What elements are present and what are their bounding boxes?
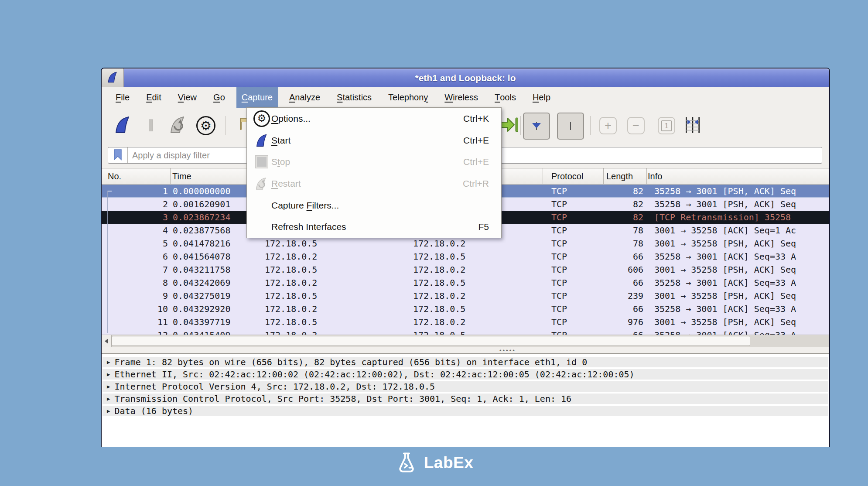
menu-item-shortcut: Ctrl+K xyxy=(463,113,489,124)
toolbar-separator xyxy=(225,116,226,135)
expand-triangle-icon[interactable]: ▸ xyxy=(107,407,110,415)
cell-time: 0.023867234 xyxy=(171,211,250,224)
cell-info: 35258 → 3001 [PSH, ACK] Seq xyxy=(647,185,829,198)
scrollbar-thumb[interactable] xyxy=(112,336,750,346)
expand-triangle-icon[interactable]: ▸ xyxy=(107,383,110,390)
cell-dst: 172.18.0.2 xyxy=(398,263,543,276)
menubar-item-telephony[interactable]: Telephony xyxy=(383,87,433,108)
detail-line[interactable]: ▸Data (16 bytes) xyxy=(103,406,828,416)
cell-proto: TCP xyxy=(543,250,604,263)
gear-icon: ⚙ xyxy=(252,110,271,127)
menu-item-label: Options... xyxy=(271,113,311,124)
menubar-item-help[interactable]: Help xyxy=(527,87,556,108)
cell-src: 172.18.0.5 xyxy=(250,289,398,302)
menubar-item-statistics[interactable]: Statistics xyxy=(331,87,377,108)
zoom-out-button[interactable]: − xyxy=(626,114,646,137)
splitter-handle-icon: ••••• xyxy=(499,347,516,354)
cell-dst: 172.18.0.2 xyxy=(398,237,543,250)
fin-blue-icon xyxy=(252,133,271,148)
cell-no: 12 xyxy=(102,329,171,335)
capture-menu-item-capture-filters[interactable]: Capture Filters... xyxy=(247,195,501,216)
detail-text: Transmission Control Protocol, Src Port:… xyxy=(115,394,572,404)
cell-dst: 172.18.0.5 xyxy=(398,329,543,335)
cell-len: 78 xyxy=(604,237,647,250)
cell-time: 0.043292920 xyxy=(171,302,250,315)
packet-row-8[interactable]: 80.043242069172.18.0.2172.18.0.5TCP66352… xyxy=(102,276,829,289)
pane-splitter[interactable]: ••••• xyxy=(102,347,829,353)
zoom-in-button[interactable]: + xyxy=(598,114,618,137)
cell-no: 11 xyxy=(102,315,171,329)
column-header-no[interactable]: No. xyxy=(102,168,171,184)
titlebar[interactable]: *eth1 and Loopback: lo xyxy=(102,68,829,87)
start-capture-button[interactable] xyxy=(113,114,133,137)
restart-capture-button[interactable] xyxy=(168,114,188,137)
menubar-item-view[interactable]: View xyxy=(173,87,202,108)
cell-no: 1 xyxy=(102,185,171,198)
minus-icon: − xyxy=(627,117,645,134)
packet-row-11[interactable]: 110.043397719172.18.0.5172.18.0.2TCP9763… xyxy=(102,315,829,329)
detail-line[interactable]: ▸Internet Protocol Version 4, Src: 172.1… xyxy=(103,381,828,392)
packet-row-6[interactable]: 60.041564078172.18.0.2172.18.0.5TCP66352… xyxy=(102,250,829,263)
capture-menu-item-refresh-interfaces[interactable]: Refresh InterfacesF5 xyxy=(247,216,501,238)
expand-triangle-icon[interactable]: ▸ xyxy=(107,358,110,366)
menubar-item-edit[interactable]: Edit xyxy=(141,87,166,108)
cell-info: 35258 → 3001 [ACK] Seq=33 A xyxy=(647,276,829,289)
cell-proto: TCP xyxy=(543,289,604,302)
detail-line[interactable]: ▸Transmission Control Protocol, Src Port… xyxy=(103,394,828,404)
packet-row-9[interactable]: 90.043275019172.18.0.5172.18.0.2TCP23930… xyxy=(102,289,829,302)
cell-dst: 172.18.0.5 xyxy=(398,250,543,263)
capture-menu-item-stop: StopCtrl+E xyxy=(247,151,501,173)
cell-dst: 172.18.0.5 xyxy=(398,302,543,315)
column-header-time[interactable]: Time xyxy=(171,168,250,184)
resize-columns-button[interactable] xyxy=(683,114,703,137)
menubar-item-tools[interactable]: Tools xyxy=(489,87,521,108)
packet-row-5[interactable]: 50.041478216172.18.0.5172.18.0.2TCP78300… xyxy=(102,237,829,250)
expand-triangle-icon[interactable]: ▸ xyxy=(107,370,110,378)
menu-item-label: Start xyxy=(271,135,290,146)
window-title: *eth1 and Loopback: lo xyxy=(102,73,829,83)
stop-capture-button[interactable] xyxy=(141,114,161,137)
packet-row-7[interactable]: 70.043211758172.18.0.5172.18.0.2TCP60630… xyxy=(102,263,829,276)
expand-triangle-icon[interactable]: ▸ xyxy=(107,395,110,403)
capture-menu-item-options[interactable]: ⚙Options...Ctrl+K xyxy=(247,108,501,130)
column-header-protocol[interactable]: Protocol xyxy=(543,168,604,184)
menubar-item-capture[interactable]: Capture xyxy=(236,87,278,108)
colorize-icon xyxy=(570,122,571,130)
cell-len: 606 xyxy=(604,263,647,276)
auto-scroll-toggle-button[interactable] xyxy=(523,113,550,140)
cell-src: 172.18.0.2 xyxy=(250,302,398,315)
packet-row-12[interactable]: 120.043415409172.18.0.2172.18.0.5TCP6635… xyxy=(102,329,829,335)
menubar-item-analyze[interactable]: Analyze xyxy=(284,87,325,108)
toolbar-separator xyxy=(590,116,591,135)
cell-src: 172.18.0.5 xyxy=(250,263,398,276)
cell-len: 82 xyxy=(604,211,647,224)
cell-dst: 172.18.0.2 xyxy=(398,289,543,302)
filter-bookmark-button[interactable] xyxy=(108,147,128,163)
packet-details-pane: ▸Frame 1: 82 bytes on wire (656 bits), 8… xyxy=(102,353,829,447)
menu-item-label: Stop xyxy=(271,157,290,167)
menu-item-shortcut: F5 xyxy=(478,222,489,232)
horizontal-scrollbar[interactable] xyxy=(102,335,829,347)
menubar-item-wireless[interactable]: Wireless xyxy=(439,87,483,108)
column-header-length[interactable]: Length xyxy=(604,168,647,184)
detail-text: Internet Protocol Version 4, Src: 172.18… xyxy=(115,381,435,392)
capture-menu-item-start[interactable]: StartCtrl+E xyxy=(247,130,501,151)
detail-line[interactable]: ▸Frame 1: 82 bytes on wire (656 bits), 8… xyxy=(103,357,828,367)
scroll-left-arrow[interactable] xyxy=(102,335,112,347)
menubar-item-file[interactable]: File xyxy=(110,87,135,108)
cell-no: 4 xyxy=(102,224,171,237)
cell-info: 35258 → 3001 [ACK] Seq=33 A xyxy=(647,250,829,263)
normal-size-button[interactable]: 1 xyxy=(656,114,677,137)
labex-flask-icon xyxy=(395,450,418,476)
detail-line[interactable]: ▸Ethernet II, Src: 02:42:ac:12:00:02 (02… xyxy=(103,369,828,380)
colorize-toggle-button[interactable] xyxy=(557,113,584,140)
column-header-info[interactable]: Info xyxy=(647,168,829,184)
capture-options-button[interactable]: ⚙ xyxy=(196,114,216,137)
cell-len: 66 xyxy=(604,302,647,315)
menubar-item-go[interactable]: Go xyxy=(208,87,230,108)
go-to-last-packet-button[interactable] xyxy=(499,114,519,137)
packet-row-10[interactable]: 100.043292920172.18.0.2172.18.0.5TCP6635… xyxy=(102,302,829,315)
fin-restart-icon xyxy=(169,115,188,137)
cell-len: 239 xyxy=(604,289,647,302)
cell-proto: TCP xyxy=(543,315,604,329)
